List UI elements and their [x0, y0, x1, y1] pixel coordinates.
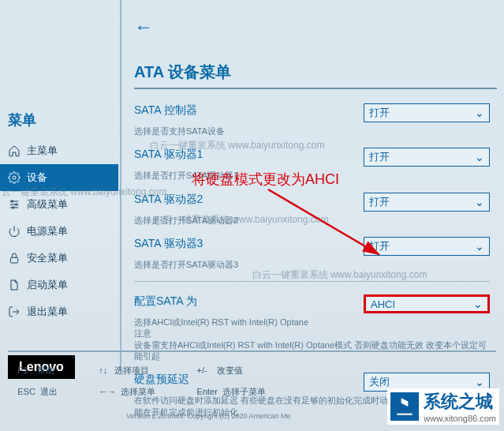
chevron-down-icon: ⌄: [475, 196, 484, 208]
site-logo-text: 系统之城: [424, 392, 493, 411]
row-config-sata-label: 配置SATA 为: [134, 294, 364, 309]
select-value: 打开: [369, 150, 390, 164]
select-value: 打开: [369, 106, 390, 120]
row-desc: 选择是否打开SATA驱动器3: [134, 259, 490, 270]
row-sata-controller-label: SATA 控制器: [134, 103, 364, 118]
row-desc: 选择是否支持SATA设备: [134, 126, 490, 137]
sliders-icon: [8, 198, 21, 211]
select-sata-drv2[interactable]: 打开 ⌄: [364, 193, 490, 212]
power-icon: [8, 225, 21, 238]
menu-item-main[interactable]: 主菜单: [0, 137, 118, 164]
chevron-down-icon: ⌄: [473, 298, 483, 310]
row-desc: 选择是否打开SATA驱动器2: [134, 215, 490, 226]
menu-label: 主菜单: [27, 144, 58, 158]
menu-label: 电源菜单: [27, 224, 68, 238]
select-value: AHCI: [371, 298, 395, 310]
menu-label: 启动菜单: [27, 278, 68, 292]
sidebar-title: 菜单: [8, 111, 118, 129]
menu-label: 设备: [27, 171, 47, 185]
menu-label: 退出菜单: [27, 305, 68, 319]
select-value: 打开: [369, 195, 390, 209]
site-logo-url: www.xitong86.com: [424, 414, 496, 423]
building-icon: [390, 392, 419, 421]
menu-list: 主菜单 设备 高级菜单 电源菜单 安全菜单 启动菜单 退出菜单: [0, 137, 118, 325]
row-sata-drv1-label: SATA 驱动器1: [134, 148, 364, 162]
site-logo: 系统之城 www.xitong86.com: [387, 388, 499, 425]
select-config-sata[interactable]: AHCI ⌄: [364, 294, 490, 313]
chevron-down-icon: ⌄: [475, 151, 484, 163]
page-title: ATA 设备菜单: [134, 62, 498, 83]
menu-item-advanced[interactable]: 高级菜单: [0, 191, 118, 218]
menu-label: 安全菜单: [27, 251, 68, 265]
divider: [120, 0, 121, 371]
row-desc: 选择是否打开SATA驱动器1: [134, 170, 490, 181]
svg-rect-8: [10, 257, 17, 263]
menu-item-security[interactable]: 安全菜单: [0, 245, 118, 272]
menu-item-exit[interactable]: 退出菜单: [0, 298, 118, 325]
row-sata-drv3-label: SATA 驱动器3: [134, 237, 364, 251]
chevron-down-icon: ⌄: [475, 240, 484, 253]
select-value: 打开: [369, 239, 390, 253]
exit-icon: [8, 305, 21, 318]
menu-item-devices[interactable]: 设备: [0, 164, 118, 191]
back-arrow-icon[interactable]: ←: [134, 16, 498, 38]
svg-point-0: [13, 176, 16, 179]
title-underline: [134, 88, 497, 89]
menu-item-boot[interactable]: 启动菜单: [0, 272, 118, 298]
home-icon: [8, 144, 21, 157]
version-text: Version 2.20.0049. Copyright (C) 2020 Am…: [126, 412, 291, 420]
menu-item-power[interactable]: 电源菜单: [0, 218, 118, 245]
select-sata-controller[interactable]: 打开 ⌄: [364, 103, 490, 122]
select-sata-drv3[interactable]: 打开 ⌄: [364, 237, 490, 256]
section-divider: [134, 281, 490, 282]
select-sata-drv1[interactable]: 打开 ⌄: [364, 148, 490, 167]
lock-icon: [8, 252, 21, 264]
gear-icon: [8, 171, 21, 184]
boot-icon: [8, 279, 21, 291]
row-sata-drv2-label: SATA 驱动器2: [134, 193, 364, 207]
chevron-down-icon: ⌄: [475, 107, 484, 119]
menu-label: 高级菜单: [27, 197, 68, 212]
